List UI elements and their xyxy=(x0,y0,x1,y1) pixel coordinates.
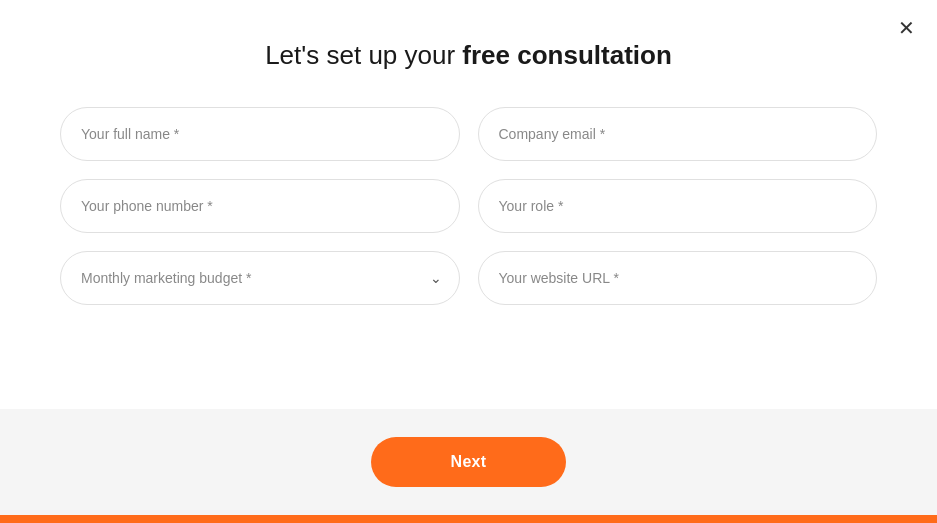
content-area: Let's set up your free consultation xyxy=(0,0,937,409)
form-grid: Monthly marketing budget * Less than $1,… xyxy=(60,107,877,305)
role-input[interactable] xyxy=(478,179,878,233)
website-url-input[interactable] xyxy=(478,251,878,305)
full-name-field xyxy=(60,107,460,161)
website-url-field xyxy=(478,251,878,305)
page-title: Let's set up your free consultation xyxy=(265,40,672,71)
footer-area: Next xyxy=(0,409,937,523)
close-button[interactable]: ✕ xyxy=(894,14,919,42)
next-button[interactable]: Next xyxy=(371,437,567,487)
phone-number-input[interactable] xyxy=(60,179,460,233)
budget-field: Monthly marketing budget * Less than $1,… xyxy=(60,251,460,305)
full-name-input[interactable] xyxy=(60,107,460,161)
phone-number-field xyxy=(60,179,460,233)
company-email-input[interactable] xyxy=(478,107,878,161)
modal-container: ✕ Let's set up your free consultation xyxy=(0,0,937,523)
budget-select[interactable]: Monthly marketing budget * Less than $1,… xyxy=(60,251,460,305)
orange-bar xyxy=(0,515,937,523)
company-email-field xyxy=(478,107,878,161)
role-field xyxy=(478,179,878,233)
